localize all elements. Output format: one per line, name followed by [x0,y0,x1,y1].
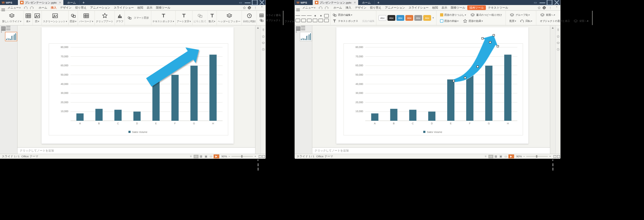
formula-icon[interactable] [209,13,215,19]
zoom-control[interactable]: 90%−+ [221,155,256,158]
settings-icon[interactable] [542,6,546,10]
zoom-control[interactable]: 90%−+ [516,155,551,158]
slide[interactable]: 10,00020,00030,00040,00050,00060,00070,0… [336,27,528,144]
history-icon[interactable] [262,48,265,51]
slide[interactable]: 10,00020,00030,00040,00050,00060,00070,0… [42,27,234,144]
slide-thumbnail[interactable] [300,32,312,41]
slideshow-button[interactable] [214,154,219,158]
header-footer-icon[interactable] [226,13,233,19]
view-notes-icon[interactable]: ▭ [503,155,508,158]
to-front[interactable]: 前面へ▾ [540,13,589,18]
view-normal-icon[interactable]: ▭ [194,155,199,158]
object-icon[interactable] [259,18,264,23]
view-sorter-icon[interactable]: ▦ [199,155,204,158]
shape-outline[interactable]: 図形の枠線▾図形の効果▾ [440,19,502,24]
menu-tab[interactable]: 校閲 [136,6,145,10]
fit2-icon[interactable] [262,155,265,158]
fit2-icon[interactable] [557,155,560,158]
shape-sample[interactable] [301,15,306,16]
close-tab-icon[interactable]: × [354,1,356,4]
notes-placeholder[interactable]: クリックしてノートを追加 [312,148,550,154]
table-icon[interactable] [25,13,31,19]
home-tab[interactable]: ホーム [63,0,80,5]
smartart-icon[interactable] [127,15,132,20]
arttext-icon[interactable] [181,13,187,19]
redo-icon[interactable] [29,5,34,10]
shape-sample[interactable] [318,19,323,22]
shape-sample[interactable] [320,15,322,16]
menu-tab[interactable]: ホーム [332,6,343,10]
style-swatch[interactable]: Abc [414,15,422,21]
menu-tab[interactable]: アニメーション [384,6,406,10]
shape-sample[interactable] [324,19,329,22]
style-swatch[interactable]: Abc [423,15,431,21]
pin-icon[interactable] [262,28,265,32]
shape-sample[interactable] [301,19,306,22]
outline-tab-thumbs[interactable]: ▦ [296,26,300,30]
skin-icon[interactable] [537,6,541,10]
slideshow-button[interactable] [508,154,514,158]
minimize-icon[interactable] [244,0,251,6]
style-swatch[interactable]: Abc [387,15,395,21]
view-outline-icon[interactable]: ≡ [189,155,194,158]
new-slide-icon[interactable] [9,13,15,19]
menu-tab[interactable]: 校閲 [431,6,439,10]
shape-sample[interactable] [314,15,316,16]
menu-tab[interactable]: 挿入 [344,6,353,10]
shape-sample[interactable] [324,14,329,18]
menu-tab[interactable]: 挿入 [49,6,58,10]
minimize-icon[interactable] [539,0,546,6]
menu-tab[interactable]: 切り替え [74,6,88,10]
slide-thumbnail[interactable] [5,32,17,41]
chart-icon[interactable] [117,13,123,19]
menu-tab[interactable]: スライドショー [407,6,430,10]
menu-tab[interactable]: 開発ツール [155,6,172,10]
style-swatch[interactable]: Abc [405,15,413,21]
view-reading-icon[interactable]: ▣ [204,155,209,158]
image-icon[interactable] [34,13,40,19]
star-icon[interactable] [262,35,265,38]
shapes-icon[interactable] [70,13,77,19]
close-icon[interactable] [258,0,265,6]
shape-sample[interactable] [296,15,300,16]
chart[interactable]: 10,00020,00030,00040,00050,00060,00070,0… [343,43,523,135]
date-icon[interactable] [246,13,253,19]
view-notes-icon[interactable]: ▭ [209,155,214,158]
textbox[interactable]: テキストボックス頂点の編集 [332,19,375,24]
vertical-scrollbar[interactable]: ▲▼❚❚ [550,25,555,154]
view-outline-icon[interactable]: ≡ [483,155,488,158]
textbox-icon[interactable] [160,13,167,19]
maximize-icon[interactable] [546,0,553,6]
undo-icon[interactable] [23,5,28,10]
redo-icon[interactable] [324,5,329,10]
slide-canvas[interactable]: 10,00020,00030,00040,00050,00060,00070,0… [18,25,255,154]
undo-icon[interactable] [318,5,323,10]
add-tab[interactable]: + [375,1,382,5]
chart[interactable]: 10,00020,00030,00040,00050,00060,00070,0… [49,43,228,135]
clipart-icon[interactable] [102,13,108,19]
menu-tab[interactable]: 表示 [145,6,154,10]
outline-tab-outline[interactable]: ☰ [6,26,10,30]
align[interactable]: グループ化▾ [509,13,532,18]
style-swatch[interactable]: Abc [379,15,386,21]
shape-sample[interactable] [307,19,312,22]
settings-icon[interactable] [248,6,251,10]
notes-placeholder[interactable]: クリックしてノートを追加 [18,148,255,154]
menu-tab[interactable]: デザイン [353,6,368,10]
menu-tab[interactable]: スライドショー [112,6,135,10]
layers-icon[interactable] [262,41,265,45]
add-tab[interactable]: + [80,1,88,5]
view-normal-icon[interactable]: ▭ [488,155,493,158]
select-pane[interactable]: オブジェクトの選択と表示背面へ▾ [540,19,589,24]
close-icon[interactable] [553,0,560,6]
menu-label[interactable]: メニュー▾ [301,6,317,10]
shape-sample[interactable] [307,15,312,16]
screenshot-icon[interactable] [52,13,58,19]
home-tab[interactable]: ホーム [358,0,375,5]
history-icon[interactable] [556,48,560,51]
vertical-scrollbar[interactable]: ▲▼❚❚ [255,25,260,154]
shape-sample[interactable] [296,19,300,22]
menu-tab-extra[interactable]: テキストツール [487,6,509,10]
slide-canvas[interactable]: 10,00020,00030,00040,00050,00060,00070,0… [312,25,550,154]
star-icon[interactable] [556,35,560,38]
